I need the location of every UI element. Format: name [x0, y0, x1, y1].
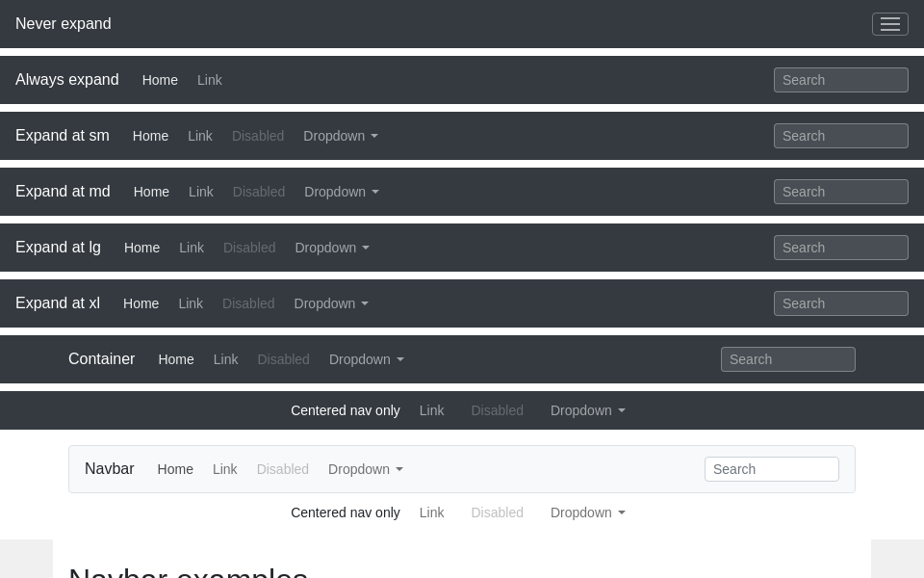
nav-link-disabled: Disabled — [464, 499, 531, 526]
nav-link-disabled: Disabled — [224, 122, 292, 149]
nav-items: Home Link Disabled Dropdown — [150, 346, 721, 373]
nav-items: Home Link Disabled Dropdown — [116, 290, 774, 317]
white-wrapper: Navbar Home Link Disabled Dropdown Cente… — [53, 437, 871, 532]
caret-icon — [618, 511, 626, 514]
nav-link-link[interactable]: Link — [181, 178, 221, 205]
search-input[interactable] — [721, 347, 856, 372]
nav-link-disabled: Disabled — [464, 397, 531, 424]
dropdown-toggle[interactable]: Dropdown — [287, 290, 377, 317]
navbar-toggler[interactable] — [872, 13, 909, 36]
nav-link-link[interactable]: Link — [171, 234, 212, 261]
content-area: Navbar examples This example is a quick … — [0, 539, 924, 578]
search-input[interactable] — [774, 123, 909, 148]
nav-link-home[interactable]: Home — [135, 66, 186, 93]
nav-link-disabled: Disabled — [215, 290, 282, 317]
nav-link-link[interactable]: Link — [206, 346, 246, 373]
navbar-brand: Never expand — [15, 15, 112, 33]
navbar-container-wrapper: Container Home Link Disabled Dropdown — [0, 335, 924, 383]
navbar-brand: Always expand — [15, 71, 119, 89]
search-form — [774, 179, 909, 204]
centered-nav-light: Centered nav only Link Disabled Dropdown — [68, 493, 856, 532]
nav-items: Home Link — [135, 66, 774, 93]
nav-items: Home Link Disabled Dropdown — [150, 456, 705, 483]
navbar-brand: Expand at md — [15, 183, 111, 200]
search-input[interactable] — [774, 291, 909, 316]
centered-nav-dark: Centered nav only Link Disabled Dropdown — [0, 391, 924, 430]
nav-items: Home Link Disabled Dropdown — [126, 178, 774, 205]
search-form — [774, 123, 909, 148]
nav-link-link[interactable]: Link — [412, 397, 452, 424]
dropdown-toggle[interactable]: Dropdown — [296, 178, 387, 205]
nav-link-home[interactable]: Home — [126, 178, 177, 205]
nav-link-link[interactable]: Link — [205, 456, 245, 483]
nav-link-disabled: Disabled — [249, 456, 317, 483]
navbar-expand-sm: Expand at sm Home Link Disabled Dropdown — [0, 112, 924, 160]
navbar-container-inner: Container Home Link Disabled Dropdown — [53, 335, 871, 383]
search-form — [774, 291, 909, 316]
nav-link-home[interactable]: Home — [116, 290, 167, 317]
nav-items: Home Link Disabled Dropdown — [116, 234, 774, 261]
navbar-brand: Expand at xl — [15, 295, 100, 312]
centered-nav-label: Centered nav only — [291, 403, 400, 418]
toggler-bar-1 — [881, 17, 900, 19]
navbar-brand: Expand at lg — [15, 239, 101, 256]
toggler-bar-2 — [881, 23, 900, 25]
nav-link-disabled: Disabled — [225, 178, 293, 205]
centered-nav-wrapper: Centered nav only Link Disabled Dropdown — [53, 391, 871, 430]
navbar-brand: Expand at sm — [15, 127, 110, 144]
dropdown-toggle[interactable]: Dropdown — [321, 456, 411, 483]
navbar-brand: Navbar — [85, 460, 135, 478]
search-form — [774, 235, 909, 260]
dropdown-toggle[interactable]: Dropdown — [287, 234, 377, 261]
nav-link-home[interactable]: Home — [116, 234, 167, 261]
search-input[interactable] — [774, 179, 909, 204]
navbar-expand-md: Expand at md Home Link Disabled Dropdown — [0, 168, 924, 216]
search-input[interactable] — [774, 67, 909, 92]
nav-link-home[interactable]: Home — [150, 456, 201, 483]
dropdown-toggle[interactable]: Dropdown — [321, 346, 412, 373]
nav-link-home[interactable]: Home — [150, 346, 201, 373]
navbar-brand: Container — [68, 351, 135, 368]
navbar-never-expand: Never expand — [0, 0, 924, 48]
nav-link-disabled: Disabled — [249, 346, 317, 373]
navbar-expand-xl: Expand at xl Home Link Disabled Dropdown — [0, 279, 924, 328]
centered-nav-label: Centered nav only — [291, 505, 400, 520]
dropdown-toggle[interactable]: Dropdown — [543, 499, 633, 526]
navbar-white: Navbar Home Link Disabled Dropdown — [68, 445, 856, 493]
dropdown-toggle[interactable]: Dropdown — [295, 122, 386, 149]
nav-link-link[interactable]: Link — [170, 290, 211, 317]
navbar-always-expand: Always expand Home Link — [0, 56, 924, 104]
search-input[interactable] — [774, 235, 909, 260]
search-form — [721, 347, 856, 372]
content-section: Navbar examples This example is a quick … — [53, 539, 871, 578]
centered-nav-items: Centered nav only Link Disabled Dropdown — [291, 397, 633, 424]
navbar-expand-lg: Expand at lg Home Link Disabled Dropdown — [0, 223, 924, 272]
white-section: Navbar Home Link Disabled Dropdown Cente… — [0, 430, 924, 539]
search-form — [705, 457, 839, 482]
nav-link-link[interactable]: Link — [180, 122, 220, 149]
nav-items: Home Link Disabled Dropdown — [125, 122, 774, 149]
dropdown-toggle[interactable]: Dropdown — [543, 397, 633, 424]
nav-link-link[interactable]: Link — [412, 499, 452, 526]
nav-link-link[interactable]: Link — [190, 66, 230, 93]
nav-link-home[interactable]: Home — [125, 122, 176, 149]
content-title: Navbar examples — [68, 563, 856, 578]
toggler-bar-3 — [881, 29, 900, 31]
search-form — [774, 67, 909, 92]
nav-link-disabled: Disabled — [216, 234, 283, 261]
search-input[interactable] — [705, 457, 839, 482]
